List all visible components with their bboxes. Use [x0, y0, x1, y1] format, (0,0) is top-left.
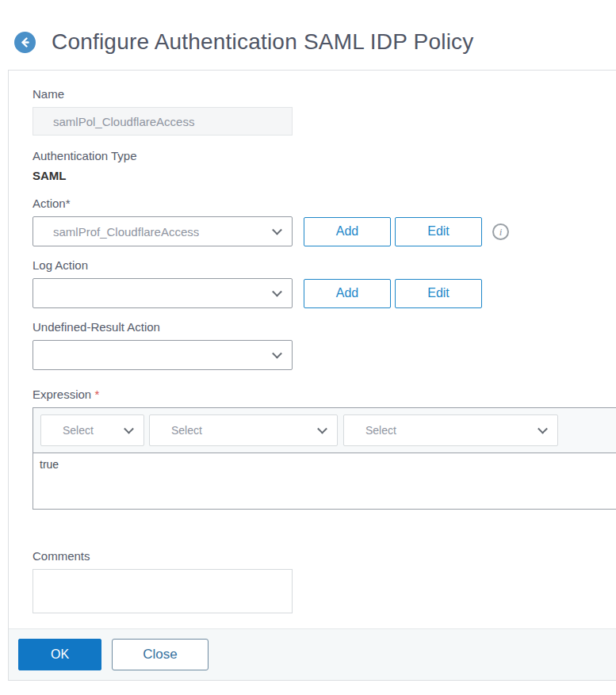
close-button[interactable]: Close: [112, 639, 209, 670]
chevron-down-icon: [317, 424, 327, 434]
page-header: Configure Authentication SAML IDP Policy: [0, 0, 616, 60]
arrow-left-icon: [19, 36, 31, 48]
log-action-edit-button[interactable]: Edit: [395, 279, 482, 308]
name-label: Name: [33, 87, 616, 101]
expression-select-1[interactable]: Select: [40, 414, 144, 446]
expression-select-2[interactable]: Select: [149, 414, 338, 446]
action-label: Action*: [33, 197, 616, 210]
expression-builder: Select Select Select true: [33, 407, 616, 510]
undefined-result-action-label: Undefined-Result Action: [33, 320, 616, 334]
log-action-label: Log Action: [33, 258, 616, 272]
auth-type-value: SAML: [33, 169, 616, 182]
form-footer: OK Close: [9, 628, 616, 680]
chevron-down-icon: [272, 287, 282, 297]
action-select-value: samlProf_CloudflareAccess: [53, 225, 199, 239]
comments-input[interactable]: [33, 569, 293, 613]
log-action-add-button[interactable]: Add: [304, 279, 391, 308]
chevron-down-icon: [272, 349, 282, 359]
chevron-down-icon: [272, 225, 282, 235]
comments-label: Comments: [33, 549, 616, 563]
action-edit-button[interactable]: Edit: [395, 217, 482, 246]
chevron-down-icon: [124, 424, 134, 434]
log-action-select[interactable]: [33, 278, 293, 308]
expression-select-3[interactable]: Select: [343, 414, 558, 446]
required-asterisk: *: [94, 388, 99, 401]
page-title: Configure Authentication SAML IDP Policy: [52, 29, 474, 55]
expression-toolbar: Select Select Select: [33, 408, 616, 453]
name-input[interactable]: [33, 107, 293, 136]
ok-button[interactable]: OK: [18, 639, 101, 670]
expression-input[interactable]: true: [33, 453, 616, 509]
info-icon[interactable]: i: [492, 223, 509, 240]
action-add-button[interactable]: Add: [304, 217, 391, 246]
form-panel: Name Authentication Type SAML Action* sa…: [8, 70, 616, 681]
auth-type-label: Authentication Type: [33, 149, 616, 162]
expression-label: Expression *: [33, 388, 616, 401]
action-select[interactable]: samlProf_CloudflareAccess: [33, 216, 293, 246]
undefined-result-action-select[interactable]: [33, 340, 293, 370]
back-button[interactable]: [14, 32, 36, 53]
chevron-down-icon: [538, 424, 548, 434]
